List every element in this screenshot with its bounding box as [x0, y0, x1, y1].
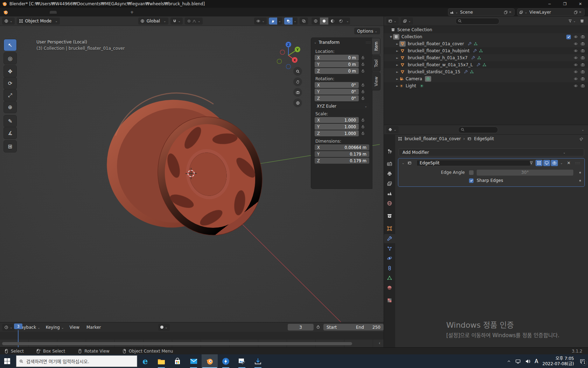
timeline-collapse-arrow[interactable]: ‹ [379, 341, 380, 346]
properties-tab[interactable] [384, 199, 395, 208]
ortho-perspective-button[interactable] [293, 98, 302, 107]
playback-button[interactable] [203, 324, 209, 330]
hide-eye-icon[interactable] [574, 63, 578, 67]
annotate-tool[interactable]: ✎ [4, 115, 17, 127]
scene-selector[interactable]: ⌄ Scene ✕ [448, 8, 514, 16]
add-cube-tool[interactable]: ⊞ [4, 140, 17, 152]
location-x-field[interactable]: X0 m [315, 55, 359, 61]
expand-arrow-icon[interactable]: ► [395, 49, 399, 53]
menu-item[interactable] [34, 11, 40, 14]
delete-modifier-icon[interactable]: ✕ [567, 161, 570, 165]
3d-viewport[interactable]: ⌄ Object Mode⌄ Global⌄ ⌄ ⌄ [0, 16, 384, 322]
show-in-editmode-toggle[interactable] [536, 160, 542, 166]
show-gizmo-toggle[interactable] [269, 18, 277, 25]
panel-drag-dots[interactable]: :::: [366, 41, 371, 44]
outliner-object-row[interactable]: ► bruckell_stardisc_01a_15 [384, 68, 588, 75]
workspace-tab[interactable] [113, 11, 120, 14]
taskbar-search-input[interactable]: 검색하려면 여기에 입력하십시오. [16, 355, 137, 367]
auto-keying-record-button[interactable]: ⌄ [158, 324, 170, 331]
blender-menu-icon[interactable] [3, 9, 8, 15]
proportional-editing-button[interactable]: ⌄ [185, 18, 203, 25]
workspace-tab[interactable] [78, 11, 85, 14]
scale-z-field[interactable]: Z1.000 [315, 130, 359, 136]
outliner-search-input[interactable] [455, 18, 499, 25]
properties-tab[interactable] [384, 283, 395, 292]
properties-tab[interactable] [384, 159, 395, 169]
scale-y-field[interactable]: Y1.000 [315, 124, 359, 130]
disable-render-icon[interactable] [581, 49, 585, 53]
workspace-tab[interactable] [99, 11, 106, 14]
move-tool[interactable]: ✥ [4, 65, 17, 77]
timeline-menu-item[interactable]: Keying⌄ [43, 325, 67, 330]
viewlayer-selector[interactable]: ⌄ ViewLayer ✕ [517, 8, 584, 16]
workspace-tab[interactable] [120, 11, 127, 14]
properties-tab[interactable] [384, 211, 395, 220]
network-icon[interactable] [515, 359, 521, 364]
modifier-extras-icon[interactable]: ⌄ [560, 161, 563, 165]
breadcrumb-object[interactable]: bruckell_floater_01a_cover [405, 136, 461, 141]
hide-eye-icon[interactable] [574, 77, 578, 81]
lock-icon[interactable] [361, 118, 365, 122]
options-button[interactable]: Options⌄ [354, 28, 380, 34]
start-button[interactable] [0, 354, 14, 368]
properties-tab[interactable] [384, 273, 395, 282]
lock-icon[interactable] [361, 89, 365, 94]
expand-arrow-icon[interactable]: ► [395, 84, 399, 88]
menu-item[interactable] [27, 11, 34, 14]
properties-tab[interactable] [384, 234, 395, 243]
rotation-mode-select[interactable]: XYZ Euler⌄ [315, 103, 369, 109]
panel-collapse-icon[interactable]: ⌄ [402, 161, 405, 165]
outliner-row-light[interactable]: ► Light [384, 82, 588, 89]
properties-tab[interactable] [384, 179, 395, 188]
dimension-y-field[interactable]: Y0.179 m [315, 151, 369, 157]
navigation-gizmo[interactable]: Z Y X [272, 39, 304, 71]
lock-icon[interactable] [361, 131, 365, 135]
sharp-edges-checkbox[interactable] [469, 178, 474, 183]
measure-tool[interactable]: ∡ [4, 127, 17, 139]
location-y-field[interactable]: Y0 m [315, 61, 359, 67]
workspace-tab[interactable] [106, 11, 113, 14]
rotation-z-field[interactable]: Z0° [315, 95, 359, 101]
hide-eye-icon[interactable] [574, 49, 578, 53]
disable-render-icon[interactable] [581, 42, 585, 46]
outliner-row-collection[interactable]: ▼ Collection [384, 33, 588, 40]
select-box-tool[interactable]: ↖ [4, 39, 17, 51]
collection-checkbox[interactable] [566, 35, 571, 39]
disable-render-icon[interactable] [581, 77, 585, 81]
playback-button[interactable] [173, 324, 179, 330]
lock-icon[interactable] [361, 83, 365, 87]
volume-icon[interactable] [525, 359, 531, 364]
show-overlays-toggle[interactable] [284, 18, 293, 25]
edge-angle-checkbox[interactable] [469, 170, 474, 175]
copy-icon[interactable] [574, 10, 578, 14]
transform-panel-header[interactable]: ⌄ Transform :::: [314, 40, 340, 45]
cursor-tool[interactable]: ◎ [4, 52, 17, 64]
workspace-tab[interactable] [85, 11, 92, 14]
properties-options-icon[interactable]: ⌄ [581, 128, 584, 131]
disable-render-icon[interactable] [581, 35, 585, 39]
transform-tool[interactable]: ⊕ [4, 101, 17, 113]
pan-view-button[interactable] [293, 77, 302, 86]
lock-icon[interactable] [361, 55, 365, 60]
menu-item[interactable] [15, 11, 21, 14]
keyframe-dot[interactable] [579, 172, 581, 173]
action-center-button[interactable]: 1 [580, 359, 585, 364]
timeline-menu-item[interactable]: Marker [84, 325, 105, 330]
snapping-button[interactable]: ⌄ [170, 18, 183, 25]
collapse-arrow-icon[interactable]: ▼ [389, 35, 393, 39]
expand-arrow-icon[interactable]: ► [395, 56, 399, 60]
outliner-row-scene-collection[interactable]: Scene Collection [384, 26, 588, 33]
lock-icon[interactable] [361, 69, 365, 73]
expand-arrow-icon[interactable]: ► [395, 42, 399, 46]
camera-view-button[interactable] [293, 88, 302, 97]
outliner-object-row[interactable]: ► bruckell_floater_01a_hubjoint [384, 47, 588, 54]
show-render-toggle[interactable] [551, 160, 558, 166]
properties-tab[interactable] [384, 296, 395, 305]
current-frame-indicator[interactable]: 3 [14, 323, 22, 329]
disable-render-icon[interactable] [581, 84, 585, 88]
minimize-button[interactable]: ─ [542, 0, 557, 8]
sidebar-tab-view[interactable]: View [372, 72, 380, 90]
menu-item[interactable] [8, 11, 15, 14]
disable-render-icon[interactable] [581, 56, 585, 60]
stopwatch-icon[interactable] [316, 325, 320, 329]
